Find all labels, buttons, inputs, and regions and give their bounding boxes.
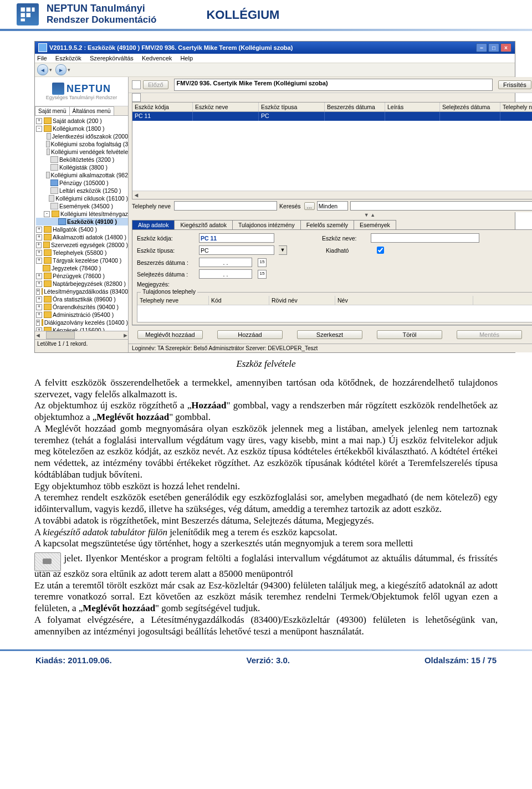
tree-item[interactable]: +Telephelyek (55800 )	[36, 249, 128, 257]
add-existing-button[interactable]: Meglévőt hozzáad	[137, 330, 203, 339]
dropdown-icon[interactable]: ▼	[279, 245, 287, 255]
tree-item[interactable]: Jegyzetek (78400 )	[36, 264, 128, 272]
grid-cell: PC 11	[132, 112, 193, 121]
grid-col-header[interactable]: Beszerzés dátuma	[325, 103, 385, 111]
tree-item[interactable]: Kollégiumi szoba foglaltság (3	[36, 140, 128, 148]
grid-hscroll[interactable]: ◄►	[132, 191, 532, 199]
tree-item[interactable]: Eszközök (49100 )	[36, 218, 128, 226]
input-selejtezes[interactable]	[199, 269, 252, 279]
sub-col-header[interactable]: Telephely neve	[137, 296, 209, 305]
maximize-button[interactable]: □	[488, 43, 499, 52]
menu-eszkozok[interactable]: Eszközök	[55, 55, 81, 62]
footer-rule	[0, 649, 532, 651]
tree-item[interactable]: +Szervezeti egységek (28000 )	[36, 241, 128, 249]
tab-sajat-menu[interactable]: Saját menü	[35, 106, 70, 115]
para-11: A folyamat elvégzésére, a Létesítménygaz…	[34, 614, 498, 637]
search-label: Keresés	[279, 203, 301, 209]
grid-cell	[325, 112, 385, 121]
calendar-icon[interactable]: 15	[258, 270, 267, 279]
tree-item[interactable]: Beköltöztetés (3200 )	[36, 156, 128, 163]
tree-item[interactable]: +Hallgatók (5400 )	[36, 226, 128, 233]
inline-remove-icon	[34, 552, 61, 571]
close-button[interactable]: ×	[500, 43, 511, 52]
detail-tabs: Alap adatok Kiegészítő adatok Tulajdonos…	[132, 220, 532, 229]
tree-item[interactable]: Kollégisták (3800 )	[36, 163, 128, 171]
tab-altalanos-menu[interactable]: Általános menü	[69, 106, 114, 115]
para-3: A Meglévőt hozzáad gomb megnyomására oly…	[34, 423, 498, 481]
edit-button[interactable]: Szerkeszt	[297, 330, 362, 339]
menu-help[interactable]: Help	[180, 55, 193, 62]
delete-button[interactable]: Töröl	[377, 330, 442, 339]
search-more-button[interactable]: ...	[304, 202, 315, 210]
save-button[interactable]: Mentés	[457, 330, 522, 339]
sub-col-header[interactable]: Kód	[209, 296, 269, 305]
back-icon[interactable]: ◄	[37, 64, 48, 75]
tab-kiegeszito[interactable]: Kiegészítő adatok	[174, 220, 232, 229]
grid-row[interactable]: PC 11PC	[132, 112, 532, 121]
tree-item[interactable]: +Képzések (115600 )	[36, 326, 128, 331]
tree-item[interactable]: +Óra statisztikák (89600 )	[36, 295, 128, 303]
tree-item[interactable]: Kollégiumi vendégek felvétele	[36, 148, 128, 156]
tree-item[interactable]: +Naptárbejegyzések (82800 )	[36, 280, 128, 288]
tab-esemenyek[interactable]: Események	[354, 220, 396, 229]
tree-item[interactable]: +Alkalmazotti adatok (14800 )	[36, 233, 128, 241]
grid-col-header[interactable]: Eszköz neve	[193, 103, 259, 111]
sub-col-header[interactable]: Rövid név	[269, 296, 335, 305]
tree-item[interactable]: +Saját adatok (200 )	[36, 117, 128, 125]
filter-field-input[interactable]	[174, 201, 277, 211]
splitter-handle[interactable]: ▼ ▲	[129, 212, 532, 218]
menu-file[interactable]: File	[37, 55, 47, 62]
grid-col-header[interactable]: Leírás	[385, 103, 440, 111]
grid-col-header[interactable]: Telephely neve	[500, 103, 532, 111]
tree-item[interactable]: +Létesítménygazdálkodás (83400 )	[36, 288, 128, 295]
forward-icon[interactable]: ►	[55, 64, 66, 75]
menu-szerepkor[interactable]: Szerepkörváltás	[90, 55, 134, 62]
figure-caption: Eszköz felvétele	[0, 358, 532, 370]
label-eszkoz-tipusa: Eszköz típusa:	[137, 247, 195, 254]
tree-item[interactable]: Jelentkezési időszakok (2000	[36, 132, 128, 140]
checkbox-kiadhato[interactable]	[377, 247, 384, 254]
scope-select[interactable]	[317, 201, 348, 211]
tab-felelos[interactable]: Felelős személy	[300, 220, 354, 229]
minimize-button[interactable]: –	[476, 43, 487, 52]
input-beszerzes[interactable]	[199, 258, 252, 267]
tree-item[interactable]: -Kollégiumi létesítménygaz	[36, 210, 128, 218]
refresh-button[interactable]: Frissítés	[498, 80, 531, 89]
tree-item[interactable]: Kollégiumi ciklusok (16100 )	[36, 194, 128, 202]
tree-item[interactable]: +Diákigazolvány kezelés (10400 )	[36, 319, 128, 326]
data-grid[interactable]: Eszköz kódjaEszköz neveEszköz típusaBesz…	[132, 102, 532, 199]
tree-item[interactable]: -Kollégiumok (1800 )	[36, 125, 128, 132]
grid-col-header[interactable]: Eszköz kódja	[132, 103, 193, 111]
sub-col-header[interactable]: Név	[335, 296, 473, 305]
tree-item[interactable]: +Pénzügyek (78600 )	[36, 272, 128, 280]
menu-kedvencek[interactable]: Kedvencek	[142, 55, 172, 62]
tree-scrollbar[interactable]: ◄►	[35, 331, 128, 339]
tree-item[interactable]: Kollégiumi alkalmazottak (982	[36, 171, 128, 179]
input-eszkoz-kodja[interactable]	[199, 233, 274, 243]
nav-tree[interactable]: +Saját adatok (200 )-Kollégiumok (1800 )…	[35, 116, 128, 331]
sub-grid-body[interactable]: ... ×	[137, 305, 532, 322]
tree-item[interactable]: Leltári eszközök (1250 )	[36, 187, 128, 194]
pin-checkbox[interactable]	[132, 80, 141, 89]
tree-item[interactable]: +Órarendkészítés (90400 )	[36, 303, 128, 311]
calendar-icon[interactable]: 15	[258, 258, 267, 267]
tree-item[interactable]: +Tárgyak kezelése (70400 )	[36, 257, 128, 264]
tree-item[interactable]: +Adminisztráció (95400 )	[36, 311, 128, 319]
grid-col-header[interactable]: Eszköz típusa	[259, 103, 325, 111]
label-eszkoz-neve: Eszköz neve:	[322, 235, 366, 242]
search-text-input[interactable]	[350, 201, 532, 211]
tab-tulajdonos[interactable]: Tulajdonos intézmény	[232, 220, 301, 229]
tree-item[interactable]: Események (34500 )	[36, 202, 128, 210]
input-eszkoz-neve[interactable]	[371, 233, 479, 243]
input-eszkoz-tipusa[interactable]	[199, 245, 274, 255]
label-selejtezes: Selejtezés dátuma :	[137, 271, 195, 278]
svg-rect-2	[32, 8, 35, 12]
tab-alap-adatok[interactable]: Alap adatok	[132, 220, 175, 229]
para-5: A teremhez rendelt eszközök esetében gen…	[34, 492, 498, 515]
add-button[interactable]: Hozzáad	[217, 330, 283, 339]
prev-button[interactable]: Előző	[143, 80, 168, 89]
tree-item[interactable]: Pénzügy (105000 )	[36, 179, 128, 187]
grid-select-all[interactable]	[132, 93, 141, 102]
grid-col-header[interactable]: Selejtezés dátuma	[440, 103, 500, 111]
brand-line-1: NEPTUN Tanulmányi	[47, 3, 145, 14]
